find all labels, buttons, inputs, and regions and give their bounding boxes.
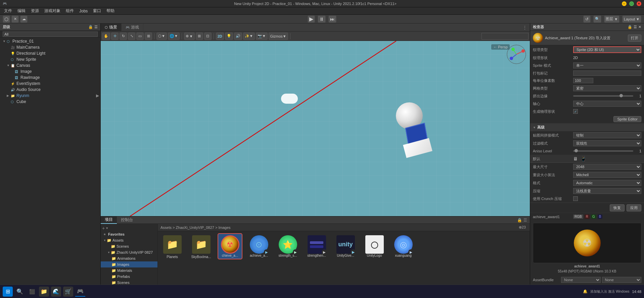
packing-tag-input[interactable] (573, 70, 641, 76)
file-item-strength[interactable]: ⭐ ▶ strength_s... (276, 234, 300, 259)
favorites-item[interactable]: ★ Favorites (101, 231, 157, 237)
hierarchy-item-canvas[interactable]: ▼ 📋 Canvas (0, 62, 100, 68)
asset-bundle-dropdown2[interactable]: None (602, 277, 642, 283)
prefabs-item[interactable]: 📁 Prefabs (101, 274, 157, 280)
cloud-button[interactable]: ☁ (20, 15, 28, 23)
images-item[interactable]: 📁 Images (101, 261, 157, 267)
unity-taskbar-button[interactable]: 🎮 (75, 287, 85, 297)
file-item-unitygive[interactable]: unity ▶ UnityGive... (334, 234, 357, 259)
sprite-mode-dropdown[interactable]: 单一 (573, 62, 641, 68)
monitor-icon[interactable]: 🖥 (573, 156, 578, 161)
step-button[interactable]: ⏭ (328, 15, 336, 23)
format-dropdown[interactable]: Automatic (573, 180, 641, 186)
max-size-dropdown[interactable]: 2048 (573, 164, 641, 170)
hierarchy-item-audiosource[interactable]: 🔊 Audio Source (0, 87, 100, 93)
hierarchy-item-cube[interactable]: ⬡ Cube (0, 99, 100, 105)
project-tab[interactable]: 项目 (101, 216, 117, 224)
generate-physics-checkbox[interactable] (573, 109, 578, 114)
asset-bundle-dropdown1[interactable]: None (561, 277, 601, 283)
lock-icon[interactable]: 🔒 (517, 218, 522, 222)
gizmos-dropdown[interactable]: ⊕ ▼ (184, 33, 195, 40)
search-button[interactable]: 🔍 (593, 15, 601, 23)
file-item-xuanguang[interactable]: ◎ ▶ xuanguang (392, 234, 415, 259)
menu-file[interactable]: 文件 (1, 7, 15, 14)
extrude-slider[interactable] (573, 95, 633, 97)
menu-jobs[interactable]: Jobs (77, 8, 90, 14)
search-taskbar-button[interactable]: 🔍 (15, 287, 25, 297)
file-item-unitylogo[interactable]: ◯ UnityLogo (363, 234, 386, 259)
file-item-skybox[interactable]: 📁 SkyBoxIma... (189, 234, 213, 260)
snap-increment-button[interactable]: ⊡ (204, 33, 212, 40)
hierarchy-item-image[interactable]: 🖼 Image (0, 68, 100, 74)
file-item-achieve1[interactable]: chieve_a... (218, 234, 242, 259)
render-global-button[interactable]: 🌐▼ (168, 33, 180, 40)
start-button[interactable]: ⊞ (3, 287, 13, 297)
maximize-button[interactable]: □ (629, 1, 634, 6)
filter-mode-dropdown[interactable]: 双线性 (573, 140, 641, 146)
project-tree-add[interactable]: + ▼ (101, 225, 157, 231)
menu-help[interactable]: 帮助 (104, 7, 117, 14)
redo-button[interactable]: ✕ (11, 15, 19, 23)
minimize-button[interactable]: ─ (622, 1, 627, 6)
inspector-lock-icon[interactable]: 🔒 (628, 25, 632, 29)
compression-dropdown[interactable]: 法线质量 (573, 188, 641, 194)
aniso-slider[interactable] (573, 150, 633, 152)
resize-algo-dropdown[interactable]: Mitchell (573, 172, 641, 178)
inspector-menu-icon[interactable]: ☰ (634, 25, 637, 29)
hierarchy-item-practice01[interactable]: ▼ ⬡ Practice_01 (0, 38, 100, 44)
sprite-editor-button[interactable]: Sprite Editor (613, 116, 641, 122)
mesh-type-dropdown[interactable]: 紧密 (573, 85, 641, 91)
history-button[interactable]: ↺ (583, 15, 591, 23)
search-scene-input[interactable] (481, 33, 528, 40)
advanced-section-header[interactable]: ▼ 高级 (530, 123, 644, 131)
rect-tool-button[interactable]: ▭ (136, 33, 144, 40)
close-button[interactable]: ✕ (637, 1, 641, 6)
r-button[interactable]: R (585, 214, 590, 219)
hierarchy-item-maincamera[interactable]: 🎥 MainCamera (0, 44, 100, 50)
layers-dropdown[interactable]: 图层 ▼ (604, 15, 619, 23)
menu-assets[interactable]: 资源 (28, 7, 42, 14)
console-tab[interactable]: 控制台 (117, 216, 137, 224)
audio-button[interactable]: 🔊 (234, 33, 242, 40)
undo-button[interactable]: ⬡ (3, 15, 10, 23)
hierarchy-item-directionallight[interactable]: 💡 Directional Light (0, 50, 100, 56)
store-button[interactable]: 🛒 (63, 287, 73, 297)
taskbar-notifications[interactable]: 🔔 (583, 289, 588, 294)
fx-button[interactable]: ✨▼ (243, 33, 255, 40)
screen-icon[interactable]: 📱 (581, 156, 586, 161)
assets-item[interactable]: ▼ 📁 Assets (101, 237, 157, 243)
lighting-button[interactable]: 💡 (225, 33, 233, 40)
taskview-button[interactable]: ⬛ (27, 287, 37, 297)
zhaoxi-item[interactable]: ▼ 📁 ZhaoXi UnityVIP 0827 (101, 249, 157, 255)
scene-options-icon[interactable]: ⋮ (522, 25, 527, 30)
pause-button[interactable]: ⏸ (318, 15, 326, 23)
edge-button[interactable]: 🌊 (51, 287, 61, 297)
menu-icon[interactable]: ☰ (523, 218, 527, 222)
hierarchy-search-input[interactable] (3, 32, 98, 37)
file-explorer-button[interactable]: 📁 (39, 287, 49, 297)
menu-edit[interactable]: 编辑 (15, 7, 28, 14)
hierarchy-item-ryunm[interactable]: ▶ 📁 Ryunm ▶ (0, 93, 100, 99)
revert-button[interactable]: 恢复 (610, 204, 625, 211)
menu-component[interactable]: 组件 (63, 7, 77, 14)
texture-type-dropdown[interactable]: Sprite (2D 和 UI) (573, 46, 641, 53)
multi-tool-button[interactable]: ⊞ (145, 33, 152, 40)
b-button[interactable]: B (598, 214, 603, 219)
use-crunch-checkbox[interactable] (573, 196, 578, 201)
2d-mode-button[interactable]: 2D (216, 33, 224, 40)
snap-button[interactable]: ⊞ (196, 33, 203, 40)
menu-gameobject[interactable]: 游戏对象 (42, 7, 63, 14)
file-item-strengthen[interactable]: ▶ strengthen... (305, 234, 328, 259)
inspector-close-icon[interactable]: ✕ (638, 25, 641, 29)
wrap-mode-dropdown[interactable]: 钳制 (573, 132, 641, 138)
rotate-tool-button[interactable]: ↻ (120, 33, 127, 40)
layout-dropdown[interactable]: Layout ▼ (622, 15, 641, 23)
hierarchy-lock-icon[interactable]: 🔒 (88, 25, 93, 29)
game-tab[interactable]: 🎮 游戏 (122, 23, 143, 32)
file-item-achieve2[interactable]: ⊙ ▶ achieve_a... (247, 234, 271, 259)
scene-tab[interactable]: ⬡ 场景 (101, 23, 122, 32)
menu-window[interactable]: 窗口 (90, 7, 104, 14)
hierarchy-item-rawimage[interactable]: 🖼 RawImage (0, 74, 100, 81)
pivot-dropdown[interactable]: 中心 (573, 101, 641, 107)
scale-tool-button[interactable]: ⤡ (128, 33, 135, 40)
